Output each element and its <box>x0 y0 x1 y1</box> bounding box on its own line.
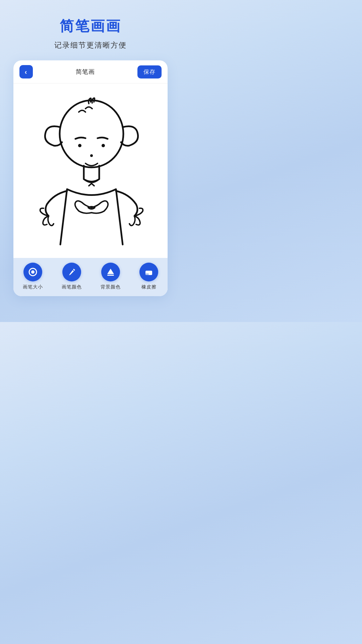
eraser-button[interactable] <box>139 263 158 281</box>
card-header: ‹ 简笔画 保存 <box>13 60 168 84</box>
app-title: 简笔画画 <box>60 17 121 36</box>
save-button[interactable]: 保存 <box>137 65 162 78</box>
svg-point-1 <box>78 144 81 147</box>
pen-color-label: 画笔颜色 <box>62 284 82 290</box>
tool-pen-size[interactable]: 画笔大小 <box>23 263 43 290</box>
pen-icon <box>67 267 76 277</box>
circle-icon <box>28 267 38 277</box>
app-subtitle: 记录细节更清晰方便 <box>54 40 127 50</box>
tool-pen-color[interactable]: 画笔颜色 <box>62 263 82 290</box>
tool-eraser[interactable]: 橡皮擦 <box>139 263 158 290</box>
drawing-canvas[interactable] <box>27 90 154 251</box>
svg-rect-7 <box>107 275 114 276</box>
chevron-left-icon: ‹ <box>25 68 27 75</box>
svg-point-2 <box>102 144 105 147</box>
bg-color-label: 背景颜色 <box>101 284 121 290</box>
top-section: 简笔画画 记录细节更清晰方便 <box>0 0 181 57</box>
svg-rect-9 <box>145 273 149 275</box>
eraser-label: 橡皮擦 <box>141 284 157 290</box>
svg-point-0 <box>60 100 123 167</box>
bg-color-button[interactable] <box>101 263 120 281</box>
back-button[interactable]: ‹ <box>19 65 33 78</box>
eraser-icon <box>144 267 154 277</box>
fill-icon <box>106 267 115 277</box>
tool-bg-color[interactable]: 背景颜色 <box>101 263 121 290</box>
pen-color-button[interactable] <box>62 263 81 281</box>
drawing-card: ‹ 简笔画 保存 <box>13 60 168 296</box>
svg-marker-6 <box>107 269 114 274</box>
toolbar: 画笔大小 画笔颜色 背景颜色 <box>13 258 168 296</box>
svg-point-3 <box>90 154 93 157</box>
pen-size-label: 画笔大小 <box>23 284 43 290</box>
canvas-area[interactable] <box>13 84 168 258</box>
pen-size-button[interactable] <box>23 263 42 281</box>
svg-point-5 <box>31 270 35 274</box>
card-title: 简笔画 <box>76 68 95 76</box>
